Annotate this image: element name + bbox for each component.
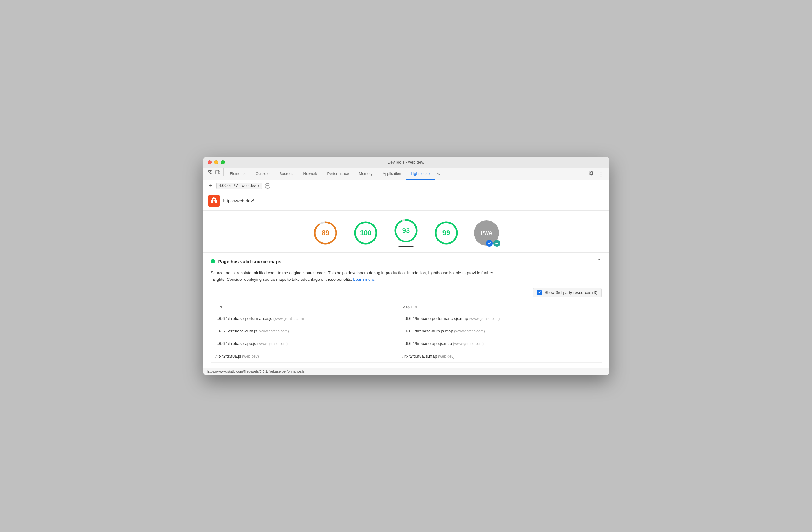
score-99-value: 99 bbox=[443, 229, 450, 237]
col-map-url-header: Map URL bbox=[397, 303, 601, 312]
third-party-checkbox-container[interactable]: Show 3rd-party resources (3) bbox=[533, 288, 601, 297]
pwa-badges bbox=[486, 240, 501, 247]
score-best-practices[interactable]: 93 bbox=[393, 218, 419, 248]
lighthouse-url: https://web.dev/ bbox=[223, 198, 592, 204]
more-options-icon[interactable]: ⋮ bbox=[598, 171, 604, 177]
traffic-lights bbox=[207, 160, 225, 164]
chevron-down-icon: ▾ bbox=[258, 183, 259, 188]
cell-map-url-1: ...6.6.1/firebase-auth.js.map (www.gstat… bbox=[397, 324, 601, 337]
more-tabs-icon[interactable]: » bbox=[435, 168, 443, 180]
active-score-indicator bbox=[398, 247, 414, 248]
scores-section: 89 100 bbox=[203, 211, 609, 253]
window-title: DevTools - web.dev/ bbox=[388, 160, 424, 165]
lighthouse-header: https://web.dev/ ⋮ bbox=[203, 192, 609, 211]
pwa-label: PWA bbox=[481, 230, 492, 236]
close-button[interactable] bbox=[207, 160, 212, 164]
cell-url-0: ...6.6.1/firebase-performance.js (www.gs… bbox=[211, 312, 397, 324]
table-header: URL Map URL bbox=[211, 303, 601, 312]
svg-rect-3 bbox=[213, 201, 215, 204]
learn-more-link[interactable]: Learn more bbox=[353, 277, 374, 282]
third-party-checkbox-label: Show 3rd-party resources (3) bbox=[545, 290, 597, 295]
pwa-badge-plus bbox=[493, 240, 501, 247]
tab-bar: Elements Console Sources Network Perform… bbox=[203, 168, 609, 180]
toolbar-divider bbox=[223, 168, 223, 176]
cell-url-1: ...6.6.1/firebase-auth.js (www.gstatic.c… bbox=[211, 324, 397, 337]
cell-map-url-0: ...6.6.1/firebase-performance.js.map (ww… bbox=[397, 312, 601, 324]
col-url-header: URL bbox=[211, 303, 397, 312]
third-party-checkbox[interactable] bbox=[537, 290, 542, 295]
session-label: 4:00:05 PM - web.dev bbox=[219, 183, 256, 188]
audit-section: Page has valid source maps ⌃ Source maps… bbox=[203, 253, 609, 368]
devtools-window: DevTools - web.dev/ Elements Console Sou… bbox=[203, 157, 609, 375]
score-100-value: 100 bbox=[360, 229, 372, 237]
minimize-button[interactable] bbox=[214, 160, 218, 164]
tab-elements[interactable]: Elements bbox=[225, 168, 251, 180]
pwa-badge-check bbox=[486, 240, 493, 247]
tab-application[interactable]: Application bbox=[378, 168, 406, 180]
secondary-toolbar: + 4:00:05 PM - web.dev ▾ bbox=[203, 180, 609, 192]
inspect-element-icon[interactable] bbox=[206, 168, 214, 176]
audit-header: Page has valid source maps ⌃ bbox=[211, 258, 601, 265]
device-toggle-icon[interactable] bbox=[214, 168, 222, 176]
checkbox-row: Show 3rd-party resources (3) bbox=[211, 288, 601, 297]
table-row[interactable]: /lit-72fd3f8a.js (web.dev) /lit-72fd3f8a… bbox=[211, 350, 601, 362]
table-row[interactable]: ...6.6.1/firebase-auth.js (www.gstatic.c… bbox=[211, 324, 601, 337]
score-pwa[interactable]: PWA bbox=[474, 220, 499, 246]
cell-map-url-2: ...6.6.1/firebase-app.js.map (www.gstati… bbox=[397, 337, 601, 350]
status-url: https://www.gstatic.com/firebasejs/6.6.1… bbox=[207, 369, 305, 373]
table-row[interactable]: ...6.6.1/firebase-app.js (www.gstatic.co… bbox=[211, 337, 601, 350]
collapse-audit-icon[interactable]: ⌃ bbox=[597, 258, 601, 265]
cell-url-2: ...6.6.1/firebase-app.js (www.gstatic.co… bbox=[211, 337, 397, 350]
cell-url-3: /lit-72fd3f8a.js (web.dev) bbox=[211, 350, 397, 362]
score-accessibility[interactable]: 100 bbox=[353, 220, 378, 246]
svg-rect-0 bbox=[216, 170, 219, 174]
table-row[interactable]: ...6.6.1/firebase-performance.js (www.gs… bbox=[211, 312, 601, 324]
tab-sources[interactable]: Sources bbox=[275, 168, 299, 180]
score-89-value: 89 bbox=[322, 229, 329, 237]
audit-title-row: Page has valid source maps bbox=[211, 259, 281, 264]
resources-table: URL Map URL ...6.6.1/firebase-performanc… bbox=[211, 303, 601, 363]
tab-memory[interactable]: Memory bbox=[354, 168, 377, 180]
score-performance[interactable]: 89 bbox=[313, 220, 338, 246]
svg-rect-1 bbox=[219, 171, 220, 174]
status-bar: https://www.gstatic.com/firebasejs/6.6.1… bbox=[203, 368, 609, 375]
tab-console[interactable]: Console bbox=[251, 168, 275, 180]
tab-performance[interactable]: Performance bbox=[322, 168, 354, 180]
main-content: https://web.dev/ ⋮ 89 bbox=[203, 192, 609, 368]
tab-network[interactable]: Network bbox=[299, 168, 322, 180]
block-icon[interactable] bbox=[265, 183, 271, 188]
svg-point-4 bbox=[213, 199, 215, 200]
add-button[interactable]: + bbox=[207, 182, 214, 189]
lighthouse-logo bbox=[208, 195, 219, 207]
pass-indicator bbox=[211, 259, 215, 264]
title-bar: DevTools - web.dev/ bbox=[203, 157, 609, 168]
score-seo[interactable]: 99 bbox=[434, 220, 459, 246]
cell-map-url-3: /lit-72fd3f8a.js.map (web.dev) bbox=[397, 350, 601, 362]
session-chip[interactable]: 4:00:05 PM - web.dev ▾ bbox=[216, 183, 263, 189]
tab-lighthouse[interactable]: Lighthouse bbox=[406, 168, 435, 180]
audit-description: Source maps translate minified code to t… bbox=[211, 270, 494, 283]
devtools-settings[interactable]: ⋮ bbox=[586, 168, 607, 180]
score-93-value: 93 bbox=[402, 227, 410, 235]
audit-title: Page has valid source maps bbox=[218, 259, 281, 264]
settings-gear-icon[interactable] bbox=[589, 170, 594, 178]
lighthouse-kebab-menu[interactable]: ⋮ bbox=[596, 196, 604, 206]
maximize-button[interactable] bbox=[221, 160, 225, 164]
